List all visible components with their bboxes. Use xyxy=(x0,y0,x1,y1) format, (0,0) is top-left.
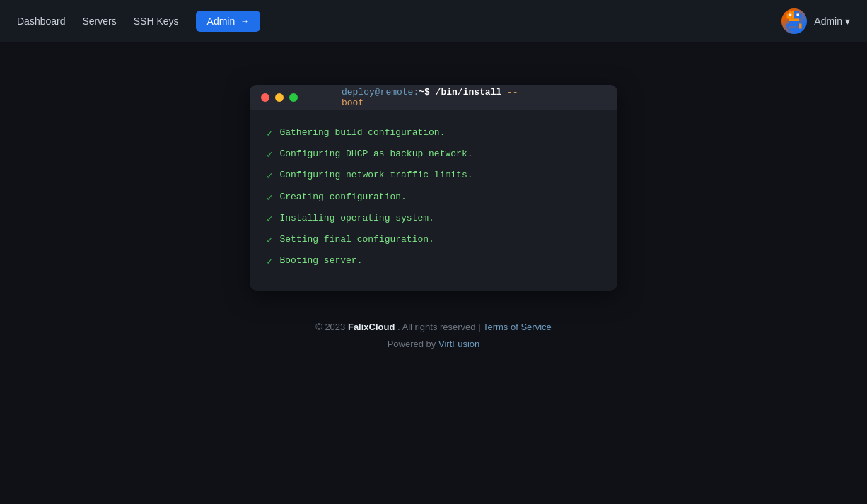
check-icon: ✓ xyxy=(267,253,272,271)
nav-servers[interactable]: Servers xyxy=(83,16,117,27)
footer-rights: . All rights reserved | xyxy=(397,322,481,332)
check-icon: ✓ xyxy=(267,146,272,164)
check-icon: ✓ xyxy=(267,168,272,185)
avatar-pixel-art xyxy=(784,11,804,31)
svg-rect-10 xyxy=(787,16,790,19)
svg-rect-17 xyxy=(789,21,799,24)
svg-rect-23 xyxy=(789,28,799,31)
nav-ssh-keys[interactable]: SSH Keys xyxy=(134,16,179,27)
check-icon: ✓ xyxy=(267,189,272,207)
svg-rect-22 xyxy=(799,26,802,29)
terminal-line-text: Configuring network traffic limits. xyxy=(279,167,472,183)
svg-rect-20 xyxy=(799,23,802,26)
terminal-line-text: Installing operating system. xyxy=(279,210,434,226)
svg-rect-12 xyxy=(792,16,795,19)
terminal-line: ✓ Installing operating system. xyxy=(267,210,600,228)
check-icon: ✓ xyxy=(267,232,272,250)
terminal-cmd: ~$ /bin/install xyxy=(419,87,501,98)
brand-name: FalixCloud xyxy=(348,322,395,332)
svg-rect-0 xyxy=(789,11,792,14)
terminal-title: deploy@remote:~$ /bin/install --boot xyxy=(342,87,525,108)
nav-right: Admin ▾ xyxy=(781,8,850,34)
footer-copyright-line: © 2023 FalixCloud . All rights reserved … xyxy=(315,319,552,335)
powered-by-text: Powered by xyxy=(388,339,436,349)
virtfusion-link[interactable]: VirtFusion xyxy=(438,339,479,349)
svg-rect-15 xyxy=(799,16,802,19)
svg-rect-11 xyxy=(789,16,792,19)
svg-rect-7 xyxy=(794,13,797,16)
check-icon: ✓ xyxy=(267,211,272,228)
admin-button[interactable]: Admin → xyxy=(196,11,261,32)
navbar: Dashboard Servers SSH Keys Admin → xyxy=(0,0,867,42)
footer-powered-line: Powered by VirtFusion xyxy=(315,336,552,352)
terms-of-service-link[interactable]: Terms of Service xyxy=(483,322,552,332)
svg-rect-14 xyxy=(797,16,800,19)
terminal-line: ✓ Configuring network traffic limits. xyxy=(267,167,600,185)
admin-button-label: Admin xyxy=(207,16,235,27)
copyright-year: © 2023 xyxy=(315,322,345,332)
terminal-line: ✓ Setting final configuration. xyxy=(267,231,600,250)
svg-rect-13 xyxy=(794,16,797,19)
svg-rect-16 xyxy=(789,18,799,21)
admin-dropdown-label: Admin xyxy=(814,16,842,27)
terminal-line-text: Booting server. xyxy=(279,252,362,269)
terminal-line: ✓ Configuring DHCP as backup network. xyxy=(267,146,600,164)
footer: © 2023 FalixCloud . All rights reserved … xyxy=(315,319,552,352)
admin-arrow-icon: → xyxy=(240,16,249,26)
terminal-line-text: Creating configuration. xyxy=(279,189,406,205)
check-icon: ✓ xyxy=(267,125,272,143)
nav-links: Dashboard Servers SSH Keys Admin → xyxy=(17,11,260,32)
avatar xyxy=(781,8,807,34)
terminal-close-dot xyxy=(261,93,269,102)
svg-rect-1 xyxy=(792,11,795,14)
svg-rect-2 xyxy=(794,11,797,14)
terminal-titlebar: deploy@remote:~$ /bin/install --boot xyxy=(250,85,617,110)
terminal-body: ✓ Gathering build configuration. ✓ Confi… xyxy=(250,110,617,291)
nav-dashboard[interactable]: Dashboard xyxy=(17,16,66,27)
svg-rect-6 xyxy=(792,13,795,16)
svg-rect-18 xyxy=(787,23,790,26)
terminal-line-text: Gathering build configuration. xyxy=(279,124,445,141)
terminal-maximize-dot xyxy=(289,93,298,102)
terminal-line-text: Setting final configuration. xyxy=(279,231,434,247)
chevron-down-icon: ▾ xyxy=(845,16,850,27)
svg-rect-3 xyxy=(797,11,800,14)
terminal-line: ✓ Gathering build configuration. xyxy=(267,124,600,143)
terminal-line: ✓ Creating configuration. xyxy=(267,189,600,207)
terminal-window: deploy@remote:~$ /bin/install --boot ✓ G… xyxy=(250,85,617,291)
terminal-prompt: deploy@remote: xyxy=(342,87,419,98)
terminal-line: ✓ Booting server. xyxy=(267,252,600,271)
svg-rect-8 xyxy=(797,13,800,16)
admin-dropdown[interactable]: Admin ▾ xyxy=(814,16,850,27)
svg-rect-21 xyxy=(787,26,790,29)
svg-rect-19 xyxy=(789,23,799,26)
terminal-line-text: Configuring DHCP as backup network. xyxy=(279,146,472,162)
svg-rect-5 xyxy=(789,13,792,16)
svg-rect-4 xyxy=(787,13,790,16)
svg-rect-9 xyxy=(799,13,802,16)
terminal-minimize-dot xyxy=(275,93,284,102)
main-content: deploy@remote:~$ /bin/install --boot ✓ G… xyxy=(0,42,867,380)
